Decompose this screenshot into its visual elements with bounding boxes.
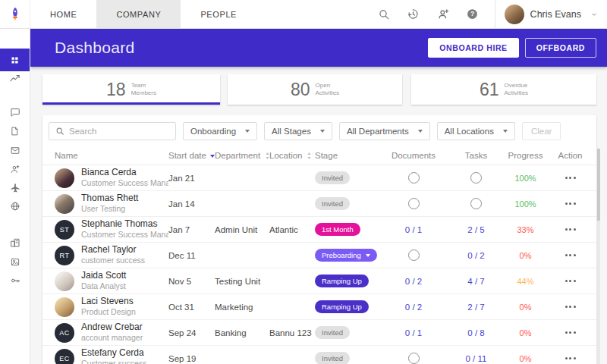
department: Banking [215,328,269,337]
filter-dropdown-onboarding[interactable]: Onboarding [183,122,257,140]
tasks-cell: 0 / 8 [448,328,505,337]
onboard-hire-button[interactable]: ONBOARD HIRE [428,38,518,58]
tasks-count[interactable]: 4 / 7 [467,277,484,286]
sidebar-item-key[interactable] [0,271,30,290]
table-row[interactable]: Thomas RhettUser TestingJan 14Invited100… [42,191,596,217]
tasks-count[interactable]: 0 / 2 [467,251,484,260]
column-header-department[interactable]: Department [215,151,269,160]
stage-cell: Preboarding [315,249,379,262]
stat-label: OpenActivities [316,82,340,98]
action-cell [546,199,594,208]
tasks-count[interactable]: 0 / 11 [466,354,487,363]
sidebar-item-chat[interactable] [0,102,30,122]
sidebar-item-building[interactable] [0,233,30,253]
tasks-count[interactable]: 2 / 5 [467,225,484,234]
scrollbar-thumb[interactable] [597,149,600,221]
progress-value: 44% [517,277,533,286]
stage-label: 1st Month [322,225,354,234]
name-cell: Jaida ScottData Analyst [55,270,168,291]
stage-pill[interactable]: Ramping Up [315,300,369,313]
stage-pill[interactable]: Invited [315,197,350,210]
sidebar-item-globe[interactable] [0,196,30,216]
stage-pill[interactable]: 1st Month [315,223,360,236]
documents-count[interactable]: 0 / 2 [405,303,422,312]
offboard-button[interactable]: OFFBOARD [525,38,596,58]
more-options-button[interactable] [562,199,579,208]
app-body: Dashboard ONBOARD HIRE OFFBOARD 18TeamMe… [0,29,607,364]
search-icon [378,8,390,20]
filter-dropdown-all-locations[interactable]: All Locations [437,122,515,140]
table-row[interactable]: ECEstefany CerdaCustomer successSep 19In… [42,346,596,364]
column-header-location[interactable]: Location [269,151,315,160]
clear-filters-button[interactable]: Clear [522,122,561,140]
more-options-button[interactable] [562,277,579,285]
tab-people[interactable]: PEOPLE [181,0,256,28]
search-icon-button[interactable] [377,8,391,21]
table-scrollbar[interactable] [597,149,600,364]
more-options-button[interactable] [562,251,579,259]
documents-count[interactable]: 0 / 1 [405,225,422,234]
column-header-name[interactable]: Name [55,151,168,160]
documents-count[interactable]: 0 / 1 [405,328,422,337]
search-input[interactable] [69,127,169,136]
stat-card-overdue-activities[interactable]: 61OverdueActivities [411,74,596,105]
app-logo[interactable] [0,0,30,28]
chevron-down-icon [320,130,325,133]
tasks-count[interactable]: 0 / 8 [467,328,484,337]
stat-card-team-members[interactable]: 18TeamMembers [42,74,220,105]
row-avatar: RT [55,246,74,265]
stage-pill[interactable]: Invited [315,326,350,339]
user-menu[interactable]: Chris Evans [495,0,607,28]
table-row[interactable]: Bianca CerdaCustomer Success ManagerJan … [42,165,596,191]
empty-progress-circle [470,172,482,184]
sidebar-item-image[interactable] [0,252,30,271]
filter-dropdown-all-departments[interactable]: All Departments [339,122,430,140]
tasks-cell [448,172,505,184]
table-row[interactable]: Jaida ScottData AnalystNov 5Testing Unit… [42,268,596,294]
sidebar-item-airplane[interactable] [0,178,30,198]
progress-value: 0% [520,328,532,337]
table-row[interactable]: Laci StevensProduct DesignOct 31Marketin… [42,294,596,320]
table-row[interactable]: ACAndrew Crebaraccount managerSep 24Bank… [42,320,596,346]
table-row[interactable]: STStephanie ThomasCustomer Success Manag… [42,217,596,243]
sidebar-item-document[interactable] [0,121,30,141]
tab-company[interactable]: COMPANY [96,0,181,28]
stage-pill[interactable]: Invited [315,352,350,364]
tasks-count[interactable]: 2 / 7 [467,303,484,312]
sidebar-item-mail[interactable] [0,140,30,160]
sidebar-item-trending-chart[interactable] [0,68,30,88]
column-header-action[interactable]: Action [546,151,594,160]
table-row[interactable]: RTRachel Taylorcustomer successDec 11Pre… [42,243,596,268]
stage-pill[interactable]: Ramping Up [315,275,369,287]
stage-pill[interactable]: Preboarding [315,249,377,262]
column-header-progress[interactable]: Progress [505,151,546,160]
column-header-stage[interactable]: Stage [315,151,379,160]
column-header-tasks[interactable]: Tasks [448,151,505,160]
help-icon-button[interactable]: ? [466,8,480,21]
start-date: Jan 7 [168,225,215,234]
more-options-button[interactable] [562,174,579,182]
filter-dropdown-all-stages[interactable]: All Stages [264,122,332,140]
sidebar-item-person-add[interactable] [0,159,30,179]
progress-cell: 100% [505,199,546,209]
add-person-icon-button[interactable] [436,8,450,21]
more-options-button[interactable] [562,303,579,311]
documents-count[interactable]: 0 / 2 [405,277,422,286]
stage-label: Invited [322,328,343,337]
stat-cards: 18TeamMembers80OpenActivities61OverdueAc… [42,74,596,105]
stat-label-line: Members [131,89,156,97]
stat-label-line: Activities [316,89,340,97]
name-cell: STStephanie ThomasCustomer Success Manag… [55,218,168,240]
column-header-start-date[interactable]: Start date [168,151,215,160]
column-header-documents[interactable]: Documents [379,151,448,160]
more-options-button[interactable] [562,354,579,362]
tab-home[interactable]: HOME [30,0,96,28]
history-icon-button[interactable] [407,8,420,21]
more-options-button[interactable] [562,225,579,234]
dropdown-value: All Locations [445,127,494,136]
progress-value: 100% [514,199,536,209]
name-cell: Laci StevensProduct Design [55,296,168,317]
stat-card-open-activities[interactable]: 80OpenActivities [228,74,402,105]
stage-pill[interactable]: Invited [315,171,350,184]
more-options-button[interactable] [562,328,579,337]
